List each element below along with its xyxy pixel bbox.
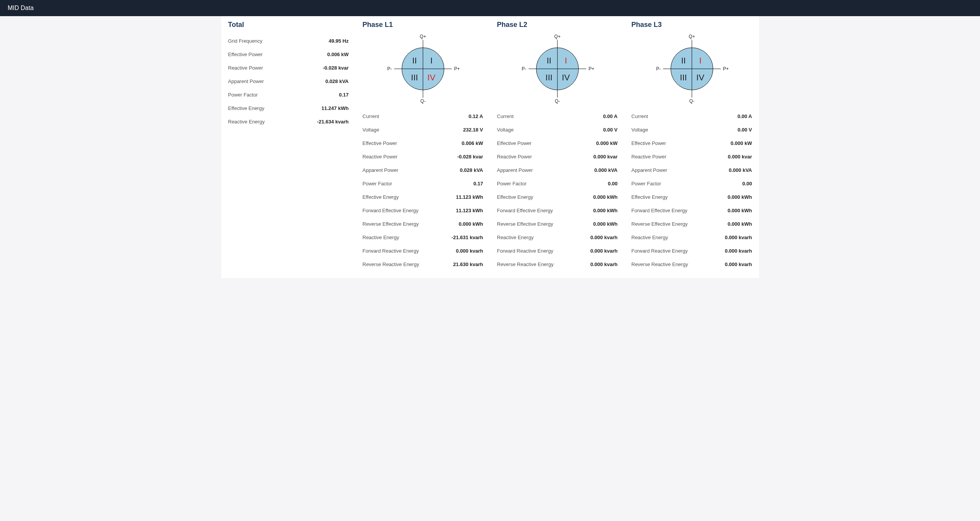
axis-label-p-minus: P- xyxy=(522,66,526,72)
data-row: Apparent Power 0.000 kVA xyxy=(632,163,752,177)
data-row-label: Effective Power xyxy=(228,52,263,57)
data-row-label: Reverse Effective Energy xyxy=(363,221,419,227)
data-row-label: Apparent Power xyxy=(228,78,264,84)
quadrant-roman-4: IV xyxy=(562,73,570,82)
data-row-value: 0.000 kvarh xyxy=(725,261,752,267)
data-row-label: Effective Power xyxy=(497,140,532,146)
data-row: Reactive Power -0.028 kvar xyxy=(228,61,349,75)
quadrant-roman-1: I xyxy=(430,56,432,65)
axis-label-q-minus: Q- xyxy=(420,98,425,104)
col-phase-title: Phase L3 xyxy=(632,21,752,29)
data-row: Apparent Power 0.000 kVA xyxy=(497,163,618,177)
data-row: Reactive Energy -21.631 kvarh xyxy=(363,231,483,244)
data-row-label: Grid Frequency xyxy=(228,38,263,44)
axis-label-p-plus: P+ xyxy=(589,66,594,72)
data-row-label: Apparent Power xyxy=(632,167,667,173)
data-row-value: 0.000 kvarh xyxy=(590,235,618,240)
data-row-label: Forward Reactive Energy xyxy=(497,248,554,254)
phase-rows: Current 0.12 A Voltage 232.18 V Effectiv… xyxy=(363,110,483,271)
data-row-value: 0.00 A xyxy=(603,113,618,119)
data-row-value: 0.00 V xyxy=(603,127,618,133)
quadrant-roman-3: III xyxy=(545,73,552,82)
data-row-label: Forward Effective Energy xyxy=(632,208,688,213)
data-row: Current 0.00 A xyxy=(632,110,752,123)
data-row-value: 0.000 kWh xyxy=(728,194,752,200)
data-row-value: 0.000 kWh xyxy=(728,221,752,227)
data-row: Reverse Reactive Energy 0.000 kvarh xyxy=(497,258,618,271)
data-row: Effective Power 0.006 kW xyxy=(228,48,349,61)
data-row-label: Power Factor xyxy=(228,92,258,98)
data-row-label: Reverse Reactive Energy xyxy=(363,261,419,267)
data-row-label: Forward Reactive Energy xyxy=(632,248,688,254)
data-row-label: Effective Energy xyxy=(363,194,399,200)
data-row-value: -21.634 kvarh xyxy=(317,119,348,125)
data-row: Reactive Power 0.000 kvar xyxy=(632,150,752,163)
axis-label-q-plus: Q+ xyxy=(420,34,426,39)
data-row-value: 11.247 kWh xyxy=(322,105,349,111)
data-row: Reverse Effective Energy 0.000 kWh xyxy=(632,217,752,231)
data-row-value: -0.028 kvar xyxy=(457,154,483,160)
data-row: Reverse Effective Energy 0.000 kWh xyxy=(363,217,483,231)
data-row: Current 0.12 A xyxy=(363,110,483,123)
data-row-value: 0.000 kvarh xyxy=(590,248,618,254)
data-row-value: -0.028 kvar xyxy=(323,65,348,71)
data-row-label: Effective Power xyxy=(363,140,397,146)
data-row-label: Reactive Power xyxy=(632,154,667,160)
data-row-label: Reverse Effective Energy xyxy=(497,221,553,227)
data-row: Power Factor 0.17 xyxy=(228,88,349,102)
data-row-label: Voltage xyxy=(632,127,648,133)
data-row-label: Apparent Power xyxy=(363,167,398,173)
data-row: Forward Reactive Energy 0.000 kvarh xyxy=(363,244,483,258)
data-row: Reactive Energy 0.000 kvarh xyxy=(632,231,752,244)
data-row-label: Voltage xyxy=(363,127,379,133)
data-row-label: Reverse Reactive Energy xyxy=(497,261,554,267)
data-row: Voltage 232.18 V xyxy=(363,123,483,136)
data-row-value: 232.18 V xyxy=(463,127,483,133)
data-row: Apparent Power 0.028 kVA xyxy=(363,163,483,177)
data-row-label: Reactive Energy xyxy=(228,119,265,125)
data-row-value: 11.123 kWh xyxy=(456,208,483,213)
data-row-value: 0.12 A xyxy=(469,113,483,119)
data-row: Effective Energy 11.247 kWh xyxy=(228,102,349,115)
page-title: MID Data xyxy=(8,5,34,11)
col-total-title: Total xyxy=(228,21,349,29)
phase-rows: Current 0.00 A Voltage 0.00 V Effective … xyxy=(632,110,752,271)
data-row: Forward Reactive Energy 0.000 kvarh xyxy=(632,244,752,258)
data-row-value: 0.000 kVA xyxy=(729,167,752,173)
data-row-label: Power Factor xyxy=(363,181,392,186)
col-phase: Phase L3 Q+ Q- P+ P- I II III IV Current… xyxy=(625,16,759,278)
data-row-value: 49.95 Hz xyxy=(328,38,348,44)
data-row-label: Forward Effective Energy xyxy=(497,208,553,213)
data-row-value: 21.630 kvarh xyxy=(453,261,483,267)
data-row-label: Power Factor xyxy=(497,181,527,186)
quadrant-diagram: Q+ Q- P+ P- I II III IV xyxy=(632,34,752,103)
quadrant-roman-2: II xyxy=(412,56,416,65)
quadrant-roman-3: III xyxy=(680,73,686,82)
data-row-label: Forward Reactive Energy xyxy=(363,248,419,254)
data-row-value: 0.00 xyxy=(742,181,752,186)
quadrant-roman-1: I xyxy=(564,56,567,65)
data-row-label: Reactive Energy xyxy=(363,235,399,240)
data-row: Power Factor 0.00 xyxy=(497,177,618,190)
data-row: Apparent Power 0.028 kVA xyxy=(228,75,349,88)
data-row-value: 0.000 kvar xyxy=(728,154,752,160)
data-row-value: 0.000 kvarh xyxy=(590,261,618,267)
col-phase: Phase L1 Q+ Q- P+ P- I II III IV Current… xyxy=(356,16,490,278)
data-row-label: Apparent Power xyxy=(497,167,533,173)
data-row-label: Effective Energy xyxy=(632,194,668,200)
data-row: Forward Effective Energy 11.123 kWh xyxy=(363,204,483,217)
col-total: Total Grid Frequency 49.95 Hz Effective … xyxy=(221,16,356,278)
data-row: Reverse Reactive Energy 0.000 kvarh xyxy=(632,258,752,271)
data-row: Reactive Energy 0.000 kvarh xyxy=(497,231,618,244)
data-row-label: Reactive Power xyxy=(228,65,263,71)
data-row-value: 0.000 kW xyxy=(731,140,752,146)
axis-label-p-minus: P- xyxy=(387,66,392,72)
quadrant-roman-3: III xyxy=(411,73,418,82)
quadrant-svg-icon: Q+ Q- P+ P- I II III IV xyxy=(385,34,461,103)
data-row-label: Reverse Reactive Energy xyxy=(632,261,688,267)
data-row-value: 0.000 kW xyxy=(596,140,618,146)
data-row-label: Reverse Effective Energy xyxy=(632,221,688,227)
data-row: Effective Energy 11.123 kWh xyxy=(363,190,483,204)
data-row-label: Reactive Power xyxy=(363,154,398,160)
data-row-value: 0.000 kvarh xyxy=(456,248,483,254)
